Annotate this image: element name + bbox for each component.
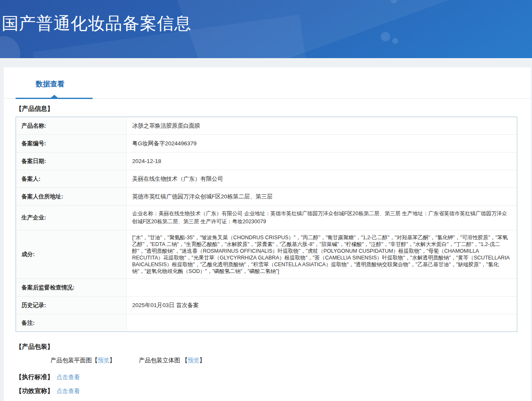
row-value [127,314,517,331]
table-row: 产品名称: 冰肤之萃焕活胶原蛋白面膜 [16,117,517,134]
row-label: 备案编号: [16,135,127,152]
table-row: 成分: ["水"，"甘油"，"聚氨酯-35"，"皱波角叉菜（CHONDRUS C… [16,230,517,278]
standard-section: 【执行标准】 点击查看 [16,373,531,381]
row-value-ingredients: ["水"，"甘油"，"聚氨酯-35"，"皱波角叉菜（CHONDRUS CRISP… [127,230,517,278]
packaging-item-label: 产品包装平面图 [51,357,92,364]
banner-decor-circle [0,36,20,58]
packaging-item-stereo: 产品包装立体图 【预览】 [139,357,205,364]
product-info-table: 产品名称: 冰肤之萃焕活胶原蛋白面膜 备案编号: 粤G妆网备字202449637… [16,117,517,332]
row-label: 备案后监督检查情况: [16,279,127,296]
table-row: 历史记录: 2025年01月03日 首次备案 [16,296,517,314]
row-value: 2024-12-18 [127,152,517,170]
section-heading-packaging: 【产品包装】 [16,343,531,351]
standard-view-link[interactable]: 点击查看 [56,374,80,381]
section-heading-product-info: 【产品信息】 [16,105,531,113]
row-value: 粤G妆网备字2024496379 [127,135,517,152]
page-header-banner: 国产普通化妆品备案信息 [0,0,532,58]
preview-link-stereo[interactable]: 预览 [188,357,200,364]
table-row: 备案后监督检查情况: [16,278,517,296]
row-label: 成分: [16,230,127,278]
row-label: 备案人住所地址: [16,188,127,205]
bracket-open: 【 [92,357,98,364]
row-value: 美丽在线生物技术（广东）有限公司 [127,170,517,187]
bracket-close: 】 [109,357,115,364]
row-label: 生产企业: [16,206,127,230]
packaging-item-flat: 产品包装平面图【预览】 [51,357,115,364]
packaging-item-label: 产品包装立体图 [139,357,182,364]
bracket-close: 】 [200,357,205,364]
row-label: 备注: [16,314,127,331]
table-row: 备案人: 美丽在线生物技术（广东）有限公司 [16,170,517,187]
table-row: 备案日期: 2024-12-18 [16,152,517,170]
packaging-row: 产品包装平面图【预览】 产品包装立体图 【预览】 [51,357,531,364]
efficacy-view-link[interactable]: 点击查看 [56,388,80,395]
efficacy-section: 【功效宣称】 点击查看 [16,387,531,395]
row-label: 历史记录: [16,297,127,314]
row-value: 英德市英红镇广德园万洋众创城F区20栋第二层、第三层 [127,188,517,205]
tab-bar: 数据查看 [4,67,531,99]
section-heading-standard: 【执行标准】 [16,373,53,381]
row-value: 冰肤之萃焕活胶原蛋白面膜 [127,117,517,134]
banner-decor-dot [392,38,398,44]
content-card: 数据查看 【产品信息】 产品名称: 冰肤之萃焕活胶原蛋白面膜 备案编号: 粤G妆… [4,67,531,401]
page-title: 国产普通化妆品备案信息 [2,12,192,35]
preview-link-flat[interactable]: 预览 [98,357,109,364]
table-row: 备案编号: 粤G妆网备字2024496379 [16,134,517,152]
row-label: 备案日期: [16,152,127,170]
row-value: 企业名称：美丽在线生物技术（广东）有限公司 企业地址：英德市英红镇广德园万洋众创… [127,206,517,230]
table-row: 备案人住所地址: 英德市英红镇广德园万洋众创城F区20栋第二层、第三层 [16,187,517,205]
section-heading-efficacy: 【功效宣称】 [16,387,53,395]
row-label: 备案人: [16,170,127,187]
row-label: 产品名称: [16,117,127,134]
row-value [127,279,517,296]
banner-decor-dot [391,0,397,3]
banner-decor-dot [381,32,390,41]
tab-data-view[interactable]: 数据查看 [36,79,64,98]
row-value: 2025年01月03日 首次备案 [127,297,517,314]
table-row: 生产企业: 企业名称：美丽在线生物技术（广东）有限公司 企业地址：英德市英红镇广… [16,205,517,230]
bracket-open: 【 [182,357,188,364]
table-row: 备注: [16,314,517,331]
active-tab-underline [16,98,93,99]
